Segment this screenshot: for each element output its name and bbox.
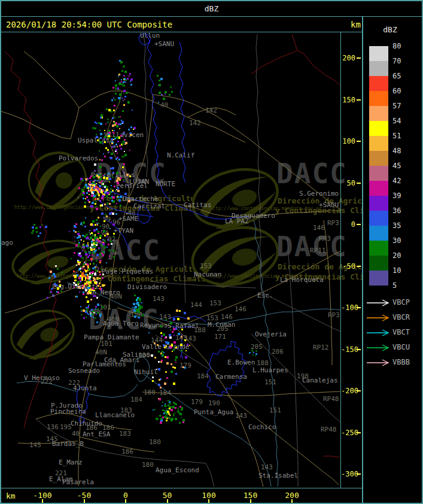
arrow-icon (366, 314, 393, 322)
y-tick-label: -100 (341, 303, 355, 312)
y-axis-unit-label: km (351, 20, 361, 29)
scale-label: 20 (392, 251, 401, 260)
y-tick-mark (357, 390, 361, 391)
arrow-sample-vbcp (366, 298, 393, 306)
scale-label: 48 (392, 147, 401, 155)
scale-label: 54 (392, 117, 401, 125)
x-tick-label: -50 (66, 491, 102, 500)
radar-composite-window: dBZ 2026/01/18 20:54:00 UTC Composite km… (0, 0, 423, 504)
title-separator (1, 16, 422, 17)
arrow-label: VBCU (392, 343, 410, 351)
y-tick-mark (357, 57, 361, 59)
x-tick-mark (250, 499, 251, 503)
y-tick-label: -300 (341, 470, 355, 478)
x-tick-label: 50 (150, 491, 185, 500)
x-tick-label: 200 (274, 491, 310, 500)
arrow-icon (366, 344, 393, 352)
scale-segment (369, 241, 388, 256)
scale-segment (369, 196, 388, 211)
scale-segment (369, 226, 388, 241)
y-tick-mark (357, 266, 361, 267)
arrow-sample-vbcu (366, 343, 393, 351)
y-tick-label: -250 (341, 429, 355, 437)
x-tick-mark (84, 499, 85, 503)
scale-label: 39 (392, 192, 401, 200)
x-tick-mark (167, 499, 168, 503)
scale-label: 35 (392, 221, 401, 230)
y-tick-mark (357, 349, 361, 350)
scale-segment (369, 136, 388, 151)
scale-segment (369, 46, 388, 61)
y-tick-mark (357, 307, 361, 308)
y-tick-mark (357, 473, 361, 475)
y-tick-mark (357, 432, 361, 433)
y-tick-label: 200 (341, 54, 355, 62)
scale-label: 45 (392, 162, 401, 170)
scale-segment (369, 211, 388, 226)
x-tick-mark (208, 499, 209, 503)
scale-label: 80 (392, 42, 401, 50)
arrow-icon (366, 329, 393, 337)
scale-label: 70 (392, 57, 401, 65)
arrow-sample-vbct (366, 328, 393, 336)
scale-segment (369, 76, 388, 91)
radar-echoes-canvas (1, 32, 340, 488)
scale-label: 51 (392, 132, 401, 140)
x-axis: km -100-50050100150200 (1, 488, 362, 503)
scale-label: 36 (392, 207, 401, 215)
y-tick-mark (357, 224, 361, 225)
arrow-label: VBCR (392, 313, 410, 321)
scale-segment (369, 181, 388, 196)
scale-label: 30 (392, 236, 401, 245)
scale-label: 5 (392, 281, 397, 290)
arrow-label: VBCT (392, 328, 410, 336)
scale-segment (369, 121, 388, 136)
y-tick-mark (357, 183, 361, 184)
scale-label: 60 (392, 87, 401, 95)
scale-label: 65 (392, 72, 401, 80)
x-tick-label: 0 (108, 491, 144, 500)
scale-label: 57 (392, 102, 401, 110)
legend-title: dBZ (363, 25, 417, 34)
arrow-label: VBBB (392, 358, 410, 366)
scale-segment (369, 256, 388, 271)
y-tick-mark (357, 99, 361, 101)
y-tick-label: -200 (341, 387, 355, 395)
arrow-sample-vbcr (366, 313, 393, 321)
scale-segment (369, 151, 388, 166)
y-tick-label: 150 (341, 96, 355, 104)
legend-panel: dBZ 807065605754514845423936353020105VBC… (362, 17, 423, 503)
x-tick-mark (42, 499, 43, 503)
scale-label: 10 (392, 266, 401, 275)
y-tick-label: 0 (341, 220, 355, 229)
x-tick-mark (125, 499, 126, 503)
map-right-border (340, 32, 341, 488)
arrow-icon (366, 359, 393, 367)
y-tick-label: 50 (341, 179, 355, 187)
y-tick-label: 100 (341, 137, 355, 145)
window-title: dBZ (1, 1, 422, 16)
scale-segment (369, 166, 388, 181)
x-tick-mark (291, 499, 293, 503)
dbz-color-scale (369, 46, 388, 286)
y-tick-label: -150 (341, 345, 355, 354)
x-tick-label: 150 (233, 491, 269, 500)
x-tick-label: 100 (191, 491, 227, 500)
y-tick-label: -50 (341, 262, 355, 271)
y-tick-mark (357, 141, 361, 142)
scale-segment (369, 91, 388, 106)
arrow-icon (366, 299, 393, 307)
x-tick-label: -100 (25, 491, 60, 500)
timestamp-label: 2026/01/18 20:54:00 UTC Composite (6, 20, 172, 29)
y-axis-tick-strip: 200150100500-50-100-150-200-250-300 (341, 32, 362, 488)
scale-segment (369, 271, 388, 286)
scale-label: 42 (392, 177, 401, 185)
arrow-label: VBCP (392, 298, 410, 306)
arrow-sample-vbbb (366, 358, 393, 366)
x-axis-unit-label: km (6, 491, 16, 500)
scale-segment (369, 61, 388, 76)
scale-segment (369, 106, 388, 121)
